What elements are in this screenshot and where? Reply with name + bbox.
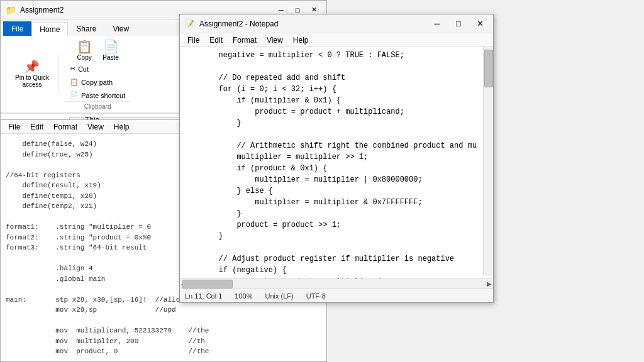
copy-path-icon: 📋 bbox=[70, 78, 79, 86]
menu-edit[interactable]: Edit bbox=[204, 35, 228, 46]
paste-label: Paste bbox=[103, 54, 119, 61]
menu-file[interactable]: File bbox=[182, 35, 204, 46]
line-ending: Unix (LF) bbox=[265, 292, 293, 300]
scissors-icon: ✂ bbox=[70, 65, 75, 73]
cut-label: Cut bbox=[78, 65, 89, 73]
cursor-position: Ln 11, Col 1 bbox=[185, 292, 222, 300]
scroll-right-icon[interactable]: ▶ bbox=[486, 280, 493, 287]
ribbon-tab-home[interactable]: Home bbox=[31, 22, 68, 36]
ribbon-group-pin: 📌 Pin to Quickaccess bbox=[6, 55, 59, 93]
ribbon-tab-view[interactable]: View bbox=[104, 21, 137, 36]
paste-icon: 📄 bbox=[103, 40, 119, 53]
notepad-close-button[interactable]: ✕ bbox=[472, 18, 488, 30]
encoding: UTF-8 bbox=[306, 292, 326, 300]
notepad-content-area: negative = multiplier < 0 ? TRUE : FALSE… bbox=[180, 47, 493, 288]
copy-button[interactable]: 📋 Copy bbox=[72, 38, 97, 63]
notepad-text-content[interactable]: negative = multiplier < 0 ? TRUE : FALSE… bbox=[180, 47, 493, 278]
notepad-title: Assignment2 - Notepad bbox=[199, 19, 424, 28]
ribbon-group-copy: 📋 Copy 📄 Paste ✂ Cut 📋 Copy p bbox=[60, 38, 135, 110]
pin-to-quick-access-button[interactable]: 📌 Pin to Quickaccess bbox=[11, 58, 53, 90]
menu-help[interactable]: Help bbox=[288, 35, 314, 46]
notepad-horizontal-scrollbar[interactable]: ◀ ▶ bbox=[180, 278, 493, 288]
copy-icon: 📋 bbox=[77, 40, 92, 53]
ribbon-items-copy: 📋 Copy 📄 Paste bbox=[72, 38, 123, 63]
copy-label: Copy bbox=[77, 54, 91, 61]
notepad-minimize-button[interactable]: ─ bbox=[429, 18, 445, 30]
copy-path-label: Copy path bbox=[81, 79, 113, 86]
ribbon-items-pin: 📌 Pin to Quickaccess bbox=[11, 55, 53, 93]
bg-menu-edit[interactable]: Edit bbox=[25, 121, 48, 133]
notepad-scroll-area: negative = multiplier < 0 ? TRUE : FALSE… bbox=[180, 47, 493, 278]
bg-menu-format[interactable]: Format bbox=[48, 121, 82, 133]
pin-icon: 📌 bbox=[24, 60, 40, 73]
paste-shortcut-button[interactable]: 📄 Paste shortcut bbox=[65, 89, 130, 101]
notepad-vertical-scrollbar[interactable] bbox=[483, 47, 493, 276]
paste-button[interactable]: 📄 Paste bbox=[98, 38, 123, 63]
notepad-status-bar: Ln 11, Col 1 100% Unix (LF) UTF-8 bbox=[180, 288, 493, 302]
notepad-maximize-button[interactable]: □ bbox=[450, 18, 467, 30]
menu-format[interactable]: Format bbox=[228, 35, 262, 46]
bg-menu-view[interactable]: View bbox=[82, 121, 109, 133]
pin-label: Pin to Quickaccess bbox=[15, 74, 49, 88]
clipboard-label: Clipboard bbox=[65, 101, 130, 110]
explorer-title: Assignment2 bbox=[20, 6, 270, 14]
paste-shortcut-label: Paste shortcut bbox=[81, 92, 125, 99]
copy-path-button[interactable]: 📋 Copy path bbox=[65, 76, 130, 88]
bg-menu-help[interactable]: Help bbox=[109, 121, 135, 133]
zoom-level: 100% bbox=[235, 292, 252, 300]
notepad-menu: File Edit Format View Help bbox=[180, 33, 493, 47]
notepad-scrollbar-thumb-y[interactable] bbox=[484, 50, 493, 87]
ribbon-tab-file[interactable]: File bbox=[3, 21, 31, 36]
notepad-title-bar: 📝 Assignment2 - Notepad ─ □ ✕ bbox=[180, 14, 493, 33]
menu-view[interactable]: View bbox=[262, 35, 288, 46]
notepad-icon: 📝 bbox=[185, 19, 194, 28]
notepad-window: 📝 Assignment2 - Notepad ─ □ ✕ File Edit … bbox=[179, 14, 494, 303]
cut-button[interactable]: ✂ Cut bbox=[65, 63, 130, 75]
ribbon-tab-share[interactable]: Share bbox=[68, 21, 104, 36]
paste-shortcut-icon: 📄 bbox=[70, 91, 79, 99]
notepad-scrollbar-thumb-x[interactable] bbox=[182, 280, 233, 288]
explorer-icon: 📁 bbox=[6, 5, 16, 15]
bg-menu-file[interactable]: File bbox=[3, 121, 25, 133]
